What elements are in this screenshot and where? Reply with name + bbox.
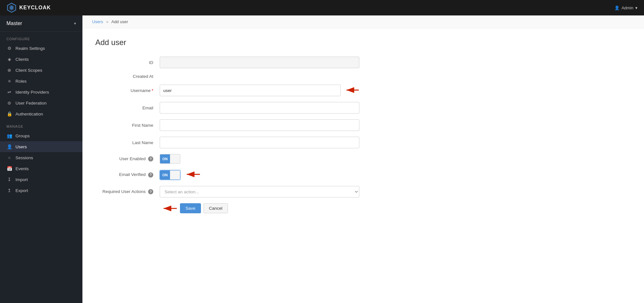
brand: KEYCLOAK <box>6 3 51 13</box>
username-input[interactable] <box>160 85 341 96</box>
keycloak-logo-icon <box>6 3 17 13</box>
last-name-label: Last Name <box>95 140 160 145</box>
id-label: ID <box>95 60 160 65</box>
sidebar-item-export[interactable]: ↥ Export <box>0 185 82 196</box>
user-federation-icon: ⊚ <box>6 100 12 106</box>
sidebar-item-label: Authentication <box>15 112 43 116</box>
email-verified-on-label: ON <box>160 170 170 179</box>
events-icon: 📅 <box>6 166 12 171</box>
sidebar-item-label: Sessions <box>15 155 33 160</box>
configure-section-label: Configure <box>0 32 82 43</box>
sidebar-item-realm-settings[interactable]: ⚙ Realm Settings <box>0 43 82 54</box>
first-name-row: First Name <box>95 119 372 131</box>
main-content: Users » Add user Add user ID Created At <box>82 15 644 303</box>
breadcrumb-users-link[interactable]: Users <box>92 19 103 24</box>
sidebar-item-roles[interactable]: ≡ Roles <box>0 76 82 87</box>
breadcrumb-separator: » <box>106 19 109 24</box>
email-input[interactable] <box>160 102 359 114</box>
user-enabled-row: User Enabled ? ON <box>95 154 372 164</box>
user-enabled-off-area <box>170 154 180 163</box>
created-at-row: Created At <box>95 74 372 79</box>
realm-selector[interactable]: Master ▾ <box>0 15 82 32</box>
sidebar-item-sessions[interactable]: ○ Sessions <box>0 152 82 163</box>
sidebar-item-events[interactable]: 📅 Events <box>0 163 82 174</box>
username-row: Username* <box>95 85 372 96</box>
sidebar-item-clients[interactable]: ◈ Clients <box>0 54 82 65</box>
roles-icon: ≡ <box>6 78 12 84</box>
sidebar-item-label: Identity Providers <box>15 90 49 95</box>
sidebar-item-label: Roles <box>15 79 27 84</box>
username-required: * <box>152 88 153 93</box>
email-row: Email <box>95 102 372 114</box>
sliders-icon: ⚙ <box>6 46 12 51</box>
required-actions-help-icon[interactable]: ? <box>148 189 153 194</box>
sessions-icon: ○ <box>6 155 12 160</box>
sidebar-item-label: Groups <box>15 133 30 138</box>
first-name-input[interactable] <box>160 119 359 131</box>
identity-providers-icon: ⇌ <box>6 89 12 95</box>
sidebar-item-label: Clients <box>15 57 29 62</box>
user-enabled-help-icon[interactable]: ? <box>148 156 153 161</box>
username-arrow-annotation <box>343 85 359 95</box>
last-name-input[interactable] <box>160 137 359 148</box>
import-icon: ↧ <box>6 177 12 182</box>
user-enabled-toggle[interactable]: ON <box>160 154 180 164</box>
id-row: ID <box>95 57 372 68</box>
last-name-row: Last Name <box>95 137 372 148</box>
sidebar-item-groups[interactable]: 👥 Groups <box>0 130 82 141</box>
save-button[interactable]: Save <box>180 203 201 213</box>
clients-icon: ◈ <box>6 57 12 62</box>
email-verified-label: Email Verified ? <box>95 172 160 178</box>
user-enabled-toggle-wrapper: ON <box>160 154 180 164</box>
cancel-button[interactable]: Cancel <box>204 203 228 213</box>
breadcrumb-current: Add user <box>111 19 128 24</box>
required-actions-row: Required User Actions ? Select an action… <box>95 186 372 197</box>
chevron-down-icon: ▾ <box>635 5 638 10</box>
email-verified-help-icon[interactable]: ? <box>148 172 153 178</box>
email-verified-off-area <box>170 170 180 179</box>
user-name: Admin <box>621 5 633 10</box>
sidebar-item-client-scopes[interactable]: ⊕ Client Scopes <box>0 65 82 76</box>
page-title: Add user <box>95 38 631 47</box>
email-verified-toggle-wrapper: ON <box>160 170 201 180</box>
user-nav-icon: 👤 <box>6 144 12 149</box>
user-menu[interactable]: 👤 Admin ▾ <box>614 5 638 10</box>
required-actions-select[interactable]: Select an action... <box>160 186 359 197</box>
breadcrumb: Users » Add user <box>82 15 644 28</box>
sidebar-item-label: User Federation <box>15 101 47 106</box>
user-enabled-on-label: ON <box>160 154 170 163</box>
page-body: Add user ID Created At Username* <box>82 28 644 223</box>
user-enabled-label: User Enabled ? <box>95 156 160 162</box>
email-label: Email <box>95 106 160 110</box>
client-scopes-icon: ⊕ <box>6 68 12 73</box>
first-name-label: First Name <box>95 123 160 128</box>
sidebar-item-label: Events <box>15 166 29 171</box>
user-icon: 👤 <box>614 5 620 10</box>
sidebar-item-user-federation[interactable]: ⊚ User Federation <box>0 97 82 108</box>
authentication-icon: 🔒 <box>6 111 12 116</box>
sidebar-item-identity-providers[interactable]: ⇌ Identity Providers <box>0 87 82 97</box>
email-verified-arrow-annotation <box>183 170 201 179</box>
id-input[interactable] <box>160 57 359 68</box>
sidebar-item-authentication[interactable]: 🔒 Authentication <box>0 108 82 119</box>
sidebar-item-import[interactable]: ↧ Import <box>0 174 82 185</box>
sidebar: Master ▾ Configure ⚙ Realm Settings ◈ Cl… <box>0 15 82 303</box>
email-verified-row: Email Verified ? ON <box>95 170 372 180</box>
username-label: Username* <box>95 88 160 93</box>
form-buttons: Save Cancel <box>160 203 372 213</box>
email-verified-toggle[interactable]: ON <box>160 170 180 180</box>
groups-icon: 👥 <box>6 133 12 138</box>
sidebar-item-label: Realm Settings <box>15 46 45 51</box>
save-arrow-annotation <box>160 204 177 213</box>
sidebar-item-label: Export <box>15 188 28 193</box>
sidebar-item-label: Users <box>15 144 27 149</box>
navbar: KEYCLOAK 👤 Admin ▾ <box>0 0 644 15</box>
sidebar-item-users[interactable]: 👤 Users <box>0 141 82 152</box>
required-actions-label: Required User Actions ? <box>95 189 160 195</box>
add-user-form: ID Created At Username* <box>95 57 372 213</box>
sidebar-item-label: Client Scopes <box>15 68 42 73</box>
brand-name: KEYCLOAK <box>19 5 51 11</box>
realm-caret-icon: ▾ <box>74 21 76 26</box>
sidebar-item-label: Import <box>15 177 28 182</box>
manage-section-label: Manage <box>0 119 82 130</box>
